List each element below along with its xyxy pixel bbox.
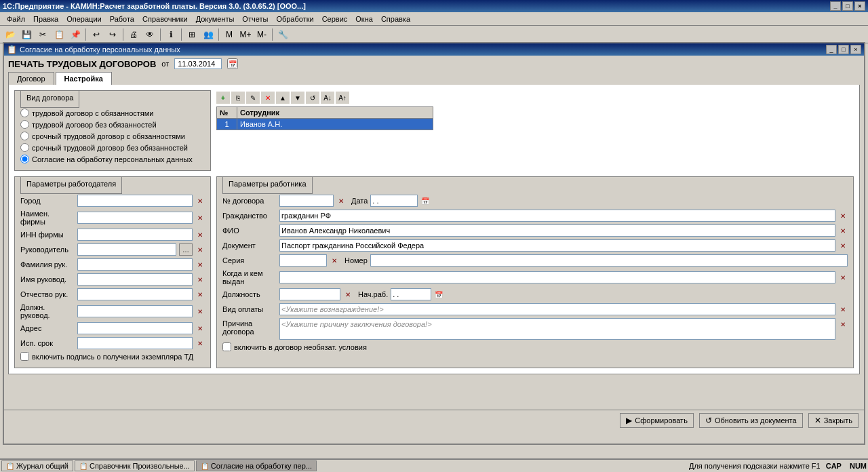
emp-sort-asc-button[interactable]: A↓	[321, 92, 334, 104]
input-series[interactable]	[279, 254, 327, 267]
tab-settings[interactable]: Настройка	[56, 72, 112, 85]
clear-address-button[interactable]: ✕	[195, 322, 205, 334]
taskbar-item-consent[interactable]: 📋 Согласие на обработку пер...	[196, 460, 317, 471]
radio-contract-4[interactable]	[20, 155, 29, 163]
emp-delete-button[interactable]: ✕	[261, 92, 275, 104]
input-payment[interactable]	[279, 303, 835, 315]
input-director[interactable]	[77, 243, 176, 256]
clear-issued-button[interactable]: ✕	[838, 271, 848, 283]
date-input[interactable]	[174, 58, 222, 69]
clear-contract-num-button[interactable]: ✕	[336, 195, 346, 207]
clear-firm-name-button[interactable]: ✕	[195, 212, 205, 224]
menu-file[interactable]: Файл	[3, 14, 29, 24]
toolbar-btn-4[interactable]: 📋	[52, 27, 66, 42]
toolbar-btn-1[interactable]: 📂	[3, 27, 18, 42]
input-firstname[interactable]	[77, 273, 193, 286]
clear-inn-button[interactable]: ✕	[195, 229, 205, 241]
minimize-button[interactable]: _	[830, 1, 841, 11]
menu-processing[interactable]: Обработки	[272, 14, 317, 24]
emp-up-button[interactable]: ▲	[276, 92, 290, 104]
menu-windows[interactable]: Окна	[351, 14, 377, 24]
menu-work[interactable]: Работа	[106, 14, 138, 24]
toolbar-btn-m[interactable]: M	[222, 27, 237, 42]
clear-position-button[interactable]: ✕	[195, 305, 205, 317]
input-inn[interactable]	[77, 229, 193, 241]
menu-operations[interactable]: Операции	[62, 14, 105, 24]
tab-contract[interactable]: Договор	[8, 72, 54, 85]
clear-citizenship-button[interactable]: ✕	[838, 210, 848, 222]
clear-worker-position-button[interactable]: ✕	[343, 288, 353, 300]
toolbar-btn-5[interactable]: 📌	[68, 27, 83, 42]
input-fio[interactable]	[279, 224, 835, 237]
input-issued[interactable]	[279, 271, 835, 283]
input-trial-period[interactable]	[77, 337, 193, 349]
toolbar-btn-calc[interactable]: 🔧	[275, 27, 290, 42]
sformirovat-button[interactable]: ▶ Сформировать	[620, 413, 694, 428]
clear-series-button[interactable]: ✕	[330, 254, 339, 267]
toolbar-btn-5a[interactable]: ⊞	[184, 27, 199, 42]
taskbar-item-journal[interactable]: 📋 Журнал общий	[1, 460, 73, 471]
clear-city-button[interactable]: ✕	[195, 195, 205, 207]
clear-patronymic-button[interactable]: ✕	[195, 288, 205, 300]
menu-references[interactable]: Справочники	[138, 14, 192, 24]
calendar-date-button[interactable]: 📅	[420, 195, 430, 207]
sub-maximize-button[interactable]: □	[838, 45, 849, 54]
input-number[interactable]	[370, 254, 848, 267]
clear-payment-button[interactable]: ✕	[838, 303, 848, 315]
clear-director-button[interactable]: ✕	[195, 243, 205, 256]
menu-documents[interactable]: Документы	[192, 14, 239, 24]
toolbar-btn-redo[interactable]: ↪	[105, 27, 120, 42]
input-start-date[interactable]	[391, 288, 431, 300]
checkbox-signature[interactable]	[20, 352, 29, 361]
input-position[interactable]	[77, 305, 193, 317]
emp-edit-button[interactable]: ✎	[246, 92, 260, 104]
input-firm-name[interactable]	[77, 212, 193, 224]
input-reason[interactable]: <Укажите причину заключения договора!>	[279, 318, 835, 340]
sub-minimize-button[interactable]: _	[826, 45, 837, 54]
emp-refresh-button[interactable]: ↺	[306, 92, 319, 104]
radio-contract-1[interactable]	[20, 120, 29, 129]
maximize-button[interactable]: □	[842, 1, 853, 11]
input-date[interactable]	[370, 195, 418, 207]
menu-help[interactable]: Справка	[377, 14, 414, 24]
browse-director-button[interactable]: …	[179, 243, 193, 256]
input-document[interactable]	[279, 239, 835, 252]
calendar-start-button[interactable]: 📅	[434, 288, 443, 300]
input-contract-num[interactable]	[279, 195, 334, 207]
toolbar-btn-undo[interactable]: ↩	[89, 27, 104, 42]
menu-reports[interactable]: Отчеты	[238, 14, 272, 24]
zakryt-button[interactable]: ✕ Закрыть	[808, 413, 859, 428]
checkbox-optional[interactable]	[222, 342, 231, 351]
toolbar-btn-3[interactable]: ✂	[35, 27, 50, 42]
input-citizenship[interactable]	[279, 210, 835, 222]
menu-service[interactable]: Сервис	[318, 14, 352, 24]
emp-sort-desc-button[interactable]: A↑	[336, 92, 349, 104]
radio-contract-2[interactable]	[20, 132, 29, 140]
toolbar-btn-mminus[interactable]: M-	[254, 27, 269, 42]
input-lastname[interactable]	[77, 258, 193, 271]
obnovit-button[interactable]: ↺ Обновить из документа	[699, 413, 803, 428]
menu-edit[interactable]: Правка	[29, 14, 62, 24]
clear-trial-period-button[interactable]: ✕	[195, 337, 205, 349]
table-row[interactable]: 1 Иванов А.Н.	[217, 119, 433, 130]
clear-lastname-button[interactable]: ✕	[195, 258, 205, 271]
radio-contract-3[interactable]	[20, 143, 29, 152]
toolbar-btn-preview[interactable]: 👁	[142, 27, 157, 42]
clear-document-button[interactable]: ✕	[838, 239, 848, 252]
input-patronymic[interactable]	[77, 288, 193, 300]
radio-contract-0[interactable]	[20, 109, 29, 117]
toolbar-btn-2[interactable]: 💾	[19, 27, 34, 42]
emp-down-button[interactable]: ▼	[291, 92, 304, 104]
sub-close-button[interactable]: ×	[850, 45, 861, 54]
clear-fio-button[interactable]: ✕	[838, 224, 848, 237]
input-address[interactable]	[77, 322, 193, 334]
calendar-button[interactable]: 📅	[227, 58, 238, 69]
emp-add-button[interactable]: +	[216, 92, 230, 104]
input-worker-position[interactable]	[279, 288, 340, 300]
clear-firstname-button[interactable]: ✕	[195, 273, 205, 286]
emp-copy-button[interactable]: ⎘	[231, 92, 245, 104]
toolbar-btn-6[interactable]: 👥	[201, 27, 216, 42]
taskbar-item-reference[interactable]: 📋 Справочник Произвольные...	[75, 460, 195, 471]
close-button[interactable]: ×	[854, 1, 865, 11]
toolbar-btn-print[interactable]: 🖨	[126, 27, 141, 42]
